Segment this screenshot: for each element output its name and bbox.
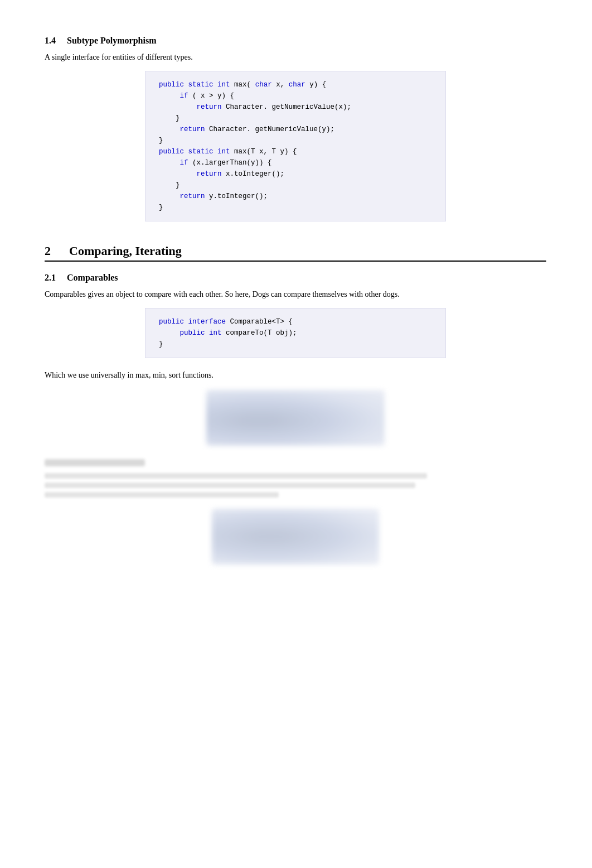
code-block-2-1: public interface Comparable<T> { public … <box>145 308 446 358</box>
section-2-1-title: Comparables <box>67 273 118 282</box>
code-line: return Character. getNumericValue(x); <box>159 102 432 113</box>
code-line: } <box>159 339 432 350</box>
code-line: return Character. getNumericValue(y); <box>159 124 432 135</box>
code-line: return x.toInteger(); <box>159 168 432 180</box>
after-code-text: Which we use universally in max, min, so… <box>45 369 524 381</box>
section-2-heading: 2 Comparing, Iterating <box>45 244 546 262</box>
section-2-number: 2 <box>45 244 51 258</box>
code-line: if (x.largerThan(y)) { <box>159 157 432 168</box>
code-line: public int compareTo(T obj); <box>159 327 432 339</box>
blurred-image-2 <box>201 509 390 565</box>
code-line: public static int max( char x, char y) { <box>159 79 432 90</box>
section-2-1: 2.1 Comparables Comparables gives an obj… <box>45 273 546 565</box>
section-2-1-heading: 2.1 Comparables <box>45 273 546 283</box>
section-1-4-description: A single interface for entities of diffe… <box>45 51 524 63</box>
code-block-1-4: public static int max( char x, char y) {… <box>145 71 446 221</box>
code-line: return y.toInteger(); <box>159 191 432 202</box>
code-line: } <box>159 113 432 124</box>
code-line: public static int max(T x, T y) { <box>159 146 432 157</box>
section-1-4: 1.4 Subtype Polymorphism A single interf… <box>45 36 546 221</box>
blurred-section-header <box>45 459 546 565</box>
section-1-4-heading: 1.4 Subtype Polymorphism <box>45 36 546 46</box>
section-2-1-description: Comparables gives an object to compare w… <box>45 288 524 300</box>
code-line: } <box>159 135 432 146</box>
section-2-1-number: 2.1 <box>45 273 56 282</box>
code-line: if ( x > y) { <box>159 90 432 102</box>
section-2-title: Comparing, Iterating <box>69 244 182 258</box>
section-1-4-title: Subtype Polymorphism <box>67 36 156 45</box>
section-1-4-number: 1.4 <box>45 36 56 45</box>
blurred-image-1 <box>201 390 390 446</box>
code-line: public interface Comparable<T> { <box>159 316 432 327</box>
code-line: } <box>159 180 432 191</box>
code-line: } <box>159 202 432 213</box>
blurred-text-block <box>45 473 435 498</box>
